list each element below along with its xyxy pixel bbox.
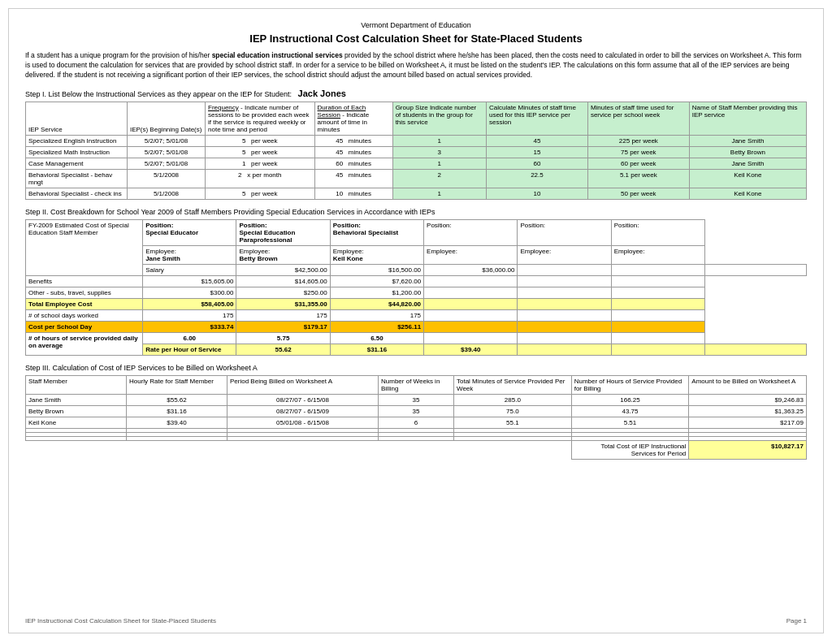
total-amount: $10,827.17 — [689, 440, 807, 459]
step2-days-2: 175 — [330, 309, 423, 321]
step2-rate-per-hour-label: Rate per Hour of Service — [143, 344, 236, 355]
s3-hourly: $31.16 — [127, 405, 228, 417]
s3-hours: 43.75 — [571, 405, 689, 417]
step2-total-row: Total Employee Cost$58,405.00$31,355.00$… — [26, 298, 807, 309]
step2-position-row: FY-2009 Estimated Cost of Special Educat… — [26, 219, 807, 245]
step2-other-5 — [611, 287, 704, 298]
s3-period: 08/27/07 - 6/15/08 — [228, 394, 379, 405]
step2-position-4: Position: — [518, 219, 611, 245]
step2-rate-3 — [518, 344, 611, 355]
s1-calc: 22.5 — [486, 169, 587, 188]
s1-mins-week: 60 per week — [587, 158, 689, 169]
step2-salary-4 — [611, 264, 704, 275]
s1-service: Case Management — [26, 158, 128, 169]
s1-mins-week: 5.1 per week — [587, 169, 689, 188]
step2-hours-0: 6.00 — [143, 332, 236, 344]
s3-period: 08/27/07 - 6/15/09 — [228, 405, 379, 417]
step2-hours-5 — [611, 332, 704, 344]
step2-other-row: Other - subs, travel, supplies$300.00$25… — [26, 287, 807, 298]
s1-staff: Jane Smith — [689, 135, 806, 146]
s3-weeks: 35 — [379, 405, 454, 417]
s1-dur: 60 minutes — [314, 158, 392, 169]
step2-total-5 — [611, 298, 704, 309]
s3-staff: Jane Smith — [26, 394, 127, 405]
step2-hours-4 — [518, 332, 611, 344]
s1-service: Specialized Math Instruction — [26, 146, 128, 158]
s1-group: 1 — [392, 135, 486, 146]
step2-benefits-2: $7,620.00 — [330, 275, 423, 287]
s1-calc: 10 — [486, 188, 587, 199]
step2-label: Step II. Cost Breakdown for School Year … — [25, 208, 807, 216]
step2-benefits-row: Benefits$15,605.00$14,605.00$7,620.00 — [26, 275, 807, 287]
s3-amount: $217.09 — [689, 417, 807, 428]
step2-rate-4 — [611, 344, 704, 355]
step2-benefits-3 — [424, 275, 518, 287]
col-period: Period Being Billed on Worksheet A — [228, 375, 379, 394]
s3-hourly: $39.40 — [127, 417, 228, 428]
step2-total-1: $31,355.00 — [236, 298, 330, 309]
step2-employee-1: Employee:Betty Brown — [236, 245, 330, 264]
main-title: IEP Instructional Cost Calculation Sheet… — [25, 32, 807, 45]
col-name-staff: Name of Staff Member providing this IEP … — [689, 102, 806, 135]
s1-mins-week: 225 per week — [587, 135, 689, 146]
step3-table: Staff Member Hourly Rate for Staff Membe… — [25, 375, 807, 460]
col-total-mins: Total Minutes of Service Provided Per We… — [454, 375, 572, 394]
step2-salary-1: $16,500.00 — [330, 264, 423, 275]
step2-benefits-label: Benefits — [26, 275, 143, 287]
s3-amount: $1,363.25 — [689, 405, 807, 417]
step2-days-5 — [611, 309, 704, 321]
step2-days-0: 175 — [143, 309, 236, 321]
step2-cost_day-5 — [611, 321, 704, 332]
s3-staff: Betty Brown — [26, 405, 127, 417]
step2-position-2: Position:Behavioral Specialist — [330, 219, 423, 245]
s1-mins-week: 75 per week — [587, 146, 689, 158]
step2-cost_day-label: Cost per School Day — [26, 321, 143, 332]
step1-row: Specialized English Instruction 5/2/07; … — [26, 135, 807, 146]
step2-position-3: Position: — [424, 219, 518, 245]
s3-period: 05/01/08 - 6/15/08 — [228, 417, 379, 428]
step2-cost_day-0: $333.74 — [143, 321, 236, 332]
step2-employee-3: Employee: — [424, 245, 518, 264]
step2-salary-5 — [705, 264, 807, 275]
s1-freq: 5 per week — [206, 146, 315, 158]
total-label: Total Cost of IEP Instructional Services… — [571, 440, 689, 459]
step2-hours-label: # of hours of service provided daily on … — [26, 332, 143, 355]
s1-dur: 45 minutes — [314, 135, 392, 146]
step2-benefits-4 — [518, 275, 611, 287]
s3-hours: 5.51 — [571, 417, 689, 428]
step1-row: Specialized Math Instruction 5/2/07; 5/0… — [26, 146, 807, 158]
col-hours: Number of Hours of Service Provided for … — [571, 375, 689, 394]
step2-employee-5: Employee: — [611, 245, 704, 264]
step2-col-label: FY-2009 Estimated Cost of Special Educat… — [26, 219, 143, 275]
s3-total-mins: 75.0 — [454, 405, 572, 417]
s1-staff: Jane Smith — [689, 158, 806, 169]
col-calc-minutes: Calculate Minutes of staff time used for… — [486, 102, 587, 135]
s3-total-mins: 55.1 — [454, 417, 572, 428]
s1-freq: 5 per week — [206, 135, 315, 146]
step2-days-row: # of school days worked175175175 — [26, 309, 807, 321]
step2-position-5: Position: — [611, 219, 704, 245]
s1-service: Behavioral Specialist - check ins — [26, 188, 128, 199]
col-mins-week: Minutes of staff time used for service p… — [587, 102, 689, 135]
step2-table: FY-2009 Estimated Cost of Special Educat… — [25, 219, 807, 356]
intro-text: If a student has a unique program for th… — [25, 51, 807, 80]
step3-label: Step III. Calculation of Cost of IEP Ser… — [25, 364, 807, 372]
step2-other-1: $250.00 — [236, 287, 330, 298]
s1-group: 1 — [392, 158, 486, 169]
step2-cost_day-row: Cost per School Day$333.74$179.17$256.11 — [26, 321, 807, 332]
step2-employee-0: Employee:Jane Smith — [143, 245, 236, 264]
step2-other-4 — [518, 287, 611, 298]
step2-other-2: $1,200.00 — [330, 287, 423, 298]
s1-begin: 5/2/07; 5/01/08 — [127, 135, 205, 146]
col-weeks: Number of Weeks in Billing — [379, 375, 454, 394]
step2-other-0: $300.00 — [143, 287, 236, 298]
step2-days-label: # of school days worked — [26, 309, 143, 321]
step2-salary-3 — [518, 264, 611, 275]
step2-cost_day-3 — [424, 321, 518, 332]
col-begin: IEP(s) Beginning Date(s) — [127, 102, 205, 135]
step2-rate-5 — [705, 344, 807, 355]
s1-freq: 5 per week — [206, 188, 315, 199]
step2-salary-0: $42,500.00 — [236, 264, 330, 275]
step2-total-label: Total Employee Cost — [26, 298, 143, 309]
s1-begin: 5/1/2008 — [127, 169, 205, 188]
